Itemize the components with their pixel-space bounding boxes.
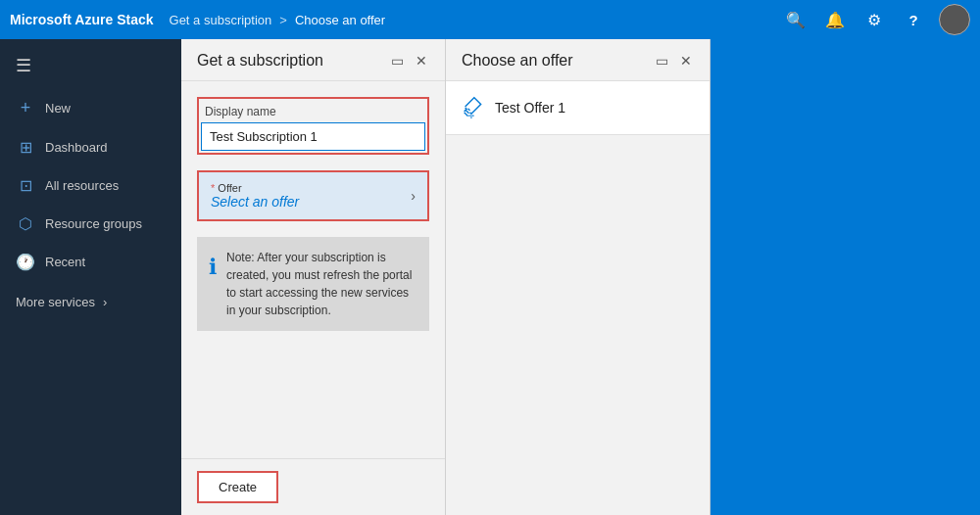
gear-icon[interactable]: ⚙ bbox=[857, 2, 892, 37]
info-text: Note: After your subscription is created… bbox=[226, 249, 417, 319]
dashboard-icon: ⊞ bbox=[16, 138, 35, 157]
panel-right-minimize-icon[interactable]: ▭ bbox=[654, 51, 670, 70]
offer-selector[interactable]: * Offer Select an offer › bbox=[197, 170, 429, 221]
brand-title: Microsoft Azure Stack bbox=[10, 12, 170, 27]
bell-icon[interactable]: 🔔 bbox=[817, 2, 853, 37]
recent-icon: 🕐 bbox=[16, 253, 35, 271]
panel-left-header-icons: ▭ ✕ bbox=[389, 51, 429, 70]
breadcrumb-step1[interactable]: Get a subscription bbox=[170, 13, 272, 27]
offer-label: * Offer bbox=[211, 182, 299, 194]
display-name-wrapper: Display name bbox=[197, 97, 429, 155]
panel-right-header-icons: ▭ ✕ bbox=[654, 51, 694, 70]
sidebar-label-all-resources: All resources bbox=[45, 178, 119, 193]
breadcrumb-sep: > bbox=[279, 13, 287, 27]
panel-right-body: 🏷 Test Offer 1 bbox=[446, 81, 710, 515]
content-area: Get a subscription ▭ ✕ Display name * Of… bbox=[181, 39, 980, 515]
panel-left-header: Get a subscription ▭ ✕ bbox=[181, 39, 445, 81]
topbar: Microsoft Azure Stack Get a subscription… bbox=[0, 0, 980, 39]
more-services-label: More services bbox=[16, 295, 95, 309]
all-resources-icon: ⊡ bbox=[16, 176, 35, 195]
info-box: ℹ Note: After your subscription is creat… bbox=[197, 237, 429, 331]
panel-left-minimize-icon[interactable]: ▭ bbox=[389, 51, 406, 70]
sidebar-label-recent: Recent bbox=[45, 255, 85, 269]
panel-get-subscription: Get a subscription ▭ ✕ Display name * Of… bbox=[181, 39, 446, 515]
sidebar-label-dashboard: Dashboard bbox=[45, 140, 108, 155]
sidebar-item-recent[interactable]: 🕐 Recent bbox=[0, 243, 181, 281]
topbar-icons: 🔍 🔔 ⚙ ? bbox=[778, 2, 970, 37]
offer-value: Select an offer bbox=[211, 194, 299, 210]
background-fill bbox=[710, 39, 980, 515]
breadcrumb: Get a subscription > Choose an offer bbox=[170, 13, 778, 27]
sidebar-label-new: New bbox=[45, 101, 71, 116]
create-button[interactable]: Create bbox=[197, 471, 278, 503]
plus-icon: + bbox=[16, 98, 35, 118]
list-item[interactable]: 🏷 Test Offer 1 bbox=[446, 81, 710, 135]
panel-left-footer: Create bbox=[181, 458, 445, 515]
breadcrumb-step2: Choose an offer bbox=[295, 13, 385, 27]
sidebar-item-all-resources[interactable]: ⊡ All resources bbox=[0, 166, 181, 205]
offer-tag-icon: 🏷 bbox=[456, 91, 489, 124]
sidebar-label-resource-groups: Resource groups bbox=[45, 216, 142, 231]
hamburger-button[interactable]: ☰ bbox=[0, 47, 181, 84]
panel-choose-offer: Choose an offer ▭ ✕ 🏷 Test Offer 1 bbox=[446, 39, 710, 515]
more-services-link[interactable]: More services › bbox=[0, 285, 181, 319]
offer-selector-text: * Offer Select an offer bbox=[211, 182, 299, 210]
more-services-chevron: › bbox=[103, 295, 107, 309]
sidebar: ☰ + New ⊞ Dashboard ⊡ All resources ⬡ Re… bbox=[0, 39, 181, 515]
sidebar-item-resource-groups[interactable]: ⬡ Resource groups bbox=[0, 205, 181, 243]
display-name-input[interactable] bbox=[201, 122, 425, 151]
info-icon: ℹ bbox=[209, 251, 217, 319]
resource-groups-icon: ⬡ bbox=[16, 214, 35, 233]
sidebar-item-new[interactable]: + New bbox=[0, 88, 181, 128]
help-icon[interactable]: ? bbox=[896, 2, 931, 37]
offer-item-name: Test Offer 1 bbox=[495, 100, 565, 116]
panel-left-body: Display name * Offer Select an offer › bbox=[181, 81, 445, 458]
offer-chevron-icon: › bbox=[411, 188, 416, 204]
panel-left-close-icon[interactable]: ✕ bbox=[414, 51, 429, 70]
display-name-label: Display name bbox=[201, 105, 425, 118]
sidebar-item-dashboard[interactable]: ⊞ Dashboard bbox=[0, 128, 181, 166]
avatar[interactable] bbox=[939, 4, 970, 35]
main-layout: ☰ + New ⊞ Dashboard ⊡ All resources ⬡ Re… bbox=[0, 39, 980, 515]
panel-right-title: Choose an offer bbox=[462, 52, 573, 70]
search-icon[interactable]: 🔍 bbox=[778, 2, 813, 37]
panel-right-close-icon[interactable]: ✕ bbox=[678, 51, 694, 70]
panel-left-title: Get a subscription bbox=[197, 52, 323, 70]
panel-right-header: Choose an offer ▭ ✕ bbox=[446, 39, 710, 81]
